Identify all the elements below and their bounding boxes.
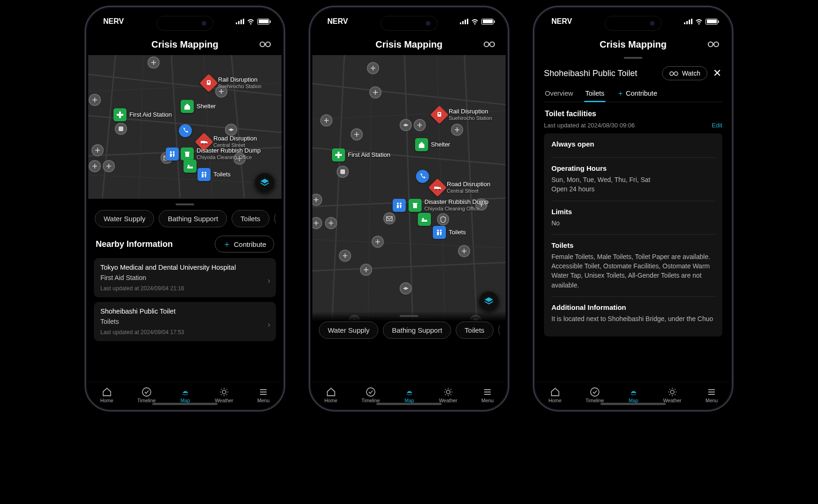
map-poi-dot[interactable] bbox=[225, 124, 237, 136]
nav-map[interactable]: Map bbox=[404, 386, 415, 403]
map-pin-rubbish[interactable]: Disaster Rubbish DumpChiyoda Cleaning Of… bbox=[181, 147, 261, 161]
card-category: First Aid Station bbox=[100, 274, 269, 281]
map-pin-road[interactable]: Road DisruptionCentral Street bbox=[197, 135, 257, 148]
map-pin-toilets-icon[interactable] bbox=[166, 147, 179, 161]
map-poi-dot[interactable] bbox=[360, 264, 372, 276]
layers-button[interactable] bbox=[254, 173, 275, 193]
map-poi-dot[interactable] bbox=[372, 236, 384, 248]
tab-overview[interactable]: Overview bbox=[544, 87, 574, 102]
map-poi-dot[interactable] bbox=[89, 94, 101, 106]
additional-value: It is located next to Shoheibashi Bridge… bbox=[551, 314, 715, 323]
tab-contribute[interactable]: ＋Contribute bbox=[616, 87, 658, 102]
nav-weather[interactable]: Weather bbox=[215, 386, 233, 403]
home-indicator bbox=[376, 403, 442, 405]
map-poi-dot[interactable] bbox=[451, 124, 463, 136]
limits-heading: Limits bbox=[551, 208, 715, 216]
map-poi-dot[interactable] bbox=[325, 217, 337, 229]
map-poi-dot[interactable] bbox=[400, 119, 412, 131]
map-poi-dot[interactable] bbox=[367, 62, 379, 74]
nearby-card[interactable]: Tokyo Medical and Dental University Hosp… bbox=[94, 258, 276, 297]
map-pin-firstaid[interactable]: First Aid Station bbox=[332, 148, 390, 161]
carrier-label: NERV bbox=[551, 17, 572, 26]
glasses-icon bbox=[483, 40, 495, 49]
map-view[interactable]: Rail DisruptionSuehirocho Station Shelte… bbox=[312, 55, 506, 344]
sheet-grabber[interactable] bbox=[400, 315, 418, 317]
map-pin-bed[interactable] bbox=[183, 160, 197, 173]
nav-map[interactable]: Map bbox=[180, 386, 191, 403]
view-mode-button[interactable] bbox=[482, 37, 496, 51]
contribute-label: Contribute bbox=[234, 240, 266, 248]
chip-more[interactable]: Sup bbox=[274, 210, 276, 227]
map-view[interactable]: Rail DisruptionSuehirocho Station Shelte… bbox=[88, 55, 282, 200]
map-poi-dot[interactable] bbox=[437, 213, 449, 225]
chip-bathing-support[interactable]: Bathing Support bbox=[383, 322, 451, 339]
nav-menu[interactable]: Menu bbox=[257, 386, 269, 403]
nav-home[interactable]: Home bbox=[324, 386, 338, 403]
contribute-button[interactable]: ＋ Contribute bbox=[215, 236, 274, 252]
pin-sublabel: Chiyoda Cleaning Office bbox=[197, 154, 261, 161]
map-pin-bed[interactable] bbox=[418, 213, 431, 226]
nearby-card[interactable]: Shoheibashi Public Toilet Toilets Last u… bbox=[94, 302, 276, 341]
view-mode-button[interactable] bbox=[706, 37, 720, 51]
nav-timeline[interactable]: Timeline bbox=[361, 386, 380, 403]
nav-menu[interactable]: Menu bbox=[481, 386, 494, 403]
close-button[interactable]: ✕ bbox=[712, 65, 722, 81]
map-poi-dot[interactable] bbox=[414, 119, 426, 131]
nav-weather[interactable]: Weather bbox=[439, 386, 458, 403]
nav-timeline[interactable]: Timeline bbox=[585, 386, 604, 403]
map-poi-dot[interactable] bbox=[320, 114, 332, 126]
map-pin-shelter[interactable]: Shelter bbox=[181, 100, 216, 113]
chip-water-supply[interactable]: Water Supply bbox=[95, 210, 154, 227]
nav-home[interactable]: Home bbox=[100, 386, 113, 403]
chip-more[interactable]: Sup bbox=[498, 322, 500, 339]
nav-weather[interactable]: Weather bbox=[663, 386, 682, 403]
edit-link[interactable]: Edit bbox=[712, 122, 722, 129]
screen-header: Crisis Mapping bbox=[536, 34, 730, 55]
sheet-grabber[interactable] bbox=[176, 203, 194, 205]
map-poi-dot[interactable] bbox=[92, 144, 104, 156]
wifi-icon bbox=[695, 19, 703, 25]
watch-button[interactable]: Watch bbox=[662, 66, 707, 80]
card-updated: Last updated at 2024/09/04 21:16 bbox=[100, 285, 269, 292]
map-pin-phone[interactable] bbox=[416, 170, 429, 183]
view-mode-button[interactable] bbox=[258, 37, 272, 51]
map-poi-dot[interactable] bbox=[339, 250, 351, 262]
map-pin-toilets-icon[interactable] bbox=[393, 199, 406, 212]
map-poi-dot[interactable] bbox=[458, 245, 470, 257]
map-pin-rail[interactable]: Rail DisruptionSuehirocho Station bbox=[433, 108, 492, 121]
chip-toilets[interactable]: Toilets bbox=[456, 322, 494, 339]
map-poi-dot[interactable] bbox=[148, 56, 160, 69]
sheet-grabber[interactable] bbox=[624, 57, 642, 59]
map-pin-shelter[interactable]: Shelter bbox=[415, 138, 450, 151]
map-pin-phone[interactable] bbox=[179, 124, 192, 137]
tab-toilets[interactable]: Toilets bbox=[584, 87, 605, 102]
nav-map[interactable]: Map bbox=[628, 386, 639, 403]
detail-title: Shoheibashi Public Toilet bbox=[544, 69, 657, 78]
map-poi-dot[interactable] bbox=[103, 160, 115, 172]
map-poi-dot[interactable] bbox=[115, 123, 127, 135]
map-pin-toilets[interactable]: Toilets bbox=[197, 168, 231, 181]
chip-bathing-support[interactable]: Bathing Support bbox=[159, 210, 227, 227]
map-pin-firstaid[interactable]: First Aid Station bbox=[113, 108, 172, 121]
nav-menu[interactable]: Menu bbox=[705, 386, 718, 403]
pin-label: Shelter bbox=[431, 141, 450, 148]
pin-label: Toilets bbox=[449, 229, 466, 236]
map-poi-dot[interactable] bbox=[351, 128, 363, 140]
map-pin-toilets[interactable]: Toilets bbox=[433, 226, 466, 239]
map-poi-dot[interactable] bbox=[89, 160, 101, 172]
map-poi-dot[interactable] bbox=[383, 212, 395, 224]
pin-sublabel: Suehirocho Station bbox=[218, 84, 261, 90]
chip-water-supply[interactable]: Water Supply bbox=[319, 322, 378, 339]
map-pin-rubbish[interactable]: Disaster Rubbish DumpChiyoda Cleaning Of… bbox=[409, 199, 488, 212]
nav-timeline[interactable]: Timeline bbox=[137, 386, 155, 403]
chip-toilets[interactable]: Toilets bbox=[232, 210, 269, 227]
nav-home[interactable]: Home bbox=[549, 386, 562, 403]
map-poi-dot[interactable] bbox=[369, 86, 381, 98]
map-pin-road[interactable]: Road DisruptionCentral Street bbox=[431, 181, 490, 194]
map-pin-rail[interactable]: Rail DisruptionSuehirocho Station bbox=[202, 77, 261, 90]
bottom-sheet[interactable]: Water Supply Bathing Support Toilets Sup… bbox=[88, 199, 282, 382]
plus-icon: ＋ bbox=[223, 240, 231, 248]
layers-button[interactable] bbox=[479, 291, 499, 312]
map-poi-dot[interactable] bbox=[400, 282, 412, 294]
map-poi-dot[interactable] bbox=[337, 166, 349, 178]
